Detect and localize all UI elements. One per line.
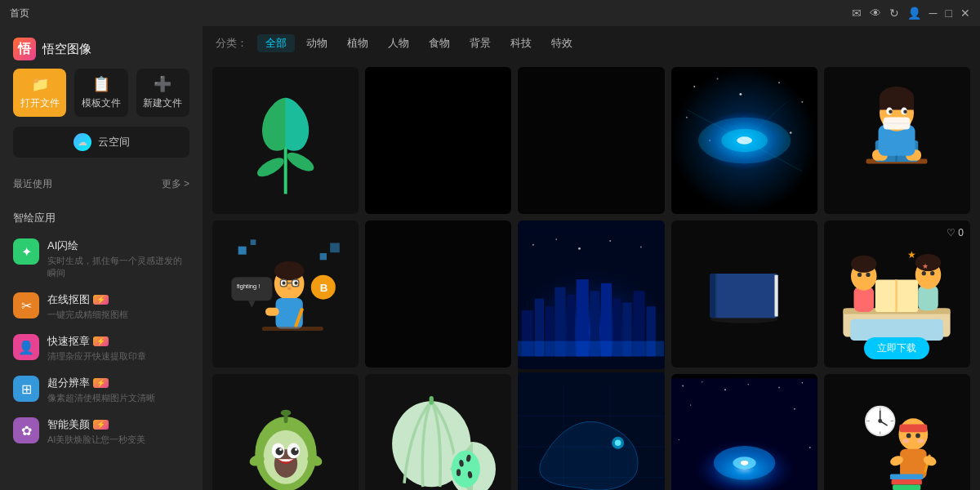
ai-item-stamp[interactable]: 👤 快速抠章 ⚡ 清理杂应开快速提取印章 [0,327,203,369]
svg-point-74 [640,247,642,248]
category-tech[interactable]: 科技 [502,34,540,52]
content-area: 分类： 全部 动物 植物 人物 食物 背景 科技 特效 [203,26,980,490]
recent-label: 最近使用 [13,177,52,191]
svg-point-129 [724,389,726,390]
svg-point-70 [532,244,534,246]
new-file-button[interactable]: ➕ 新建文件 [136,69,189,117]
minimize-icon[interactable]: ─ [929,7,938,20]
ai-stamp-desc: 清理杂应开快速提取印章 [47,350,189,363]
svg-rect-33 [250,239,256,245]
grid-item-kids-reading[interactable]: ♡ 0 [824,220,970,368]
svg-rect-102 [896,280,898,312]
ai-beauty-desc: AI美肤焕脸让您一秒变美 [47,434,189,446]
category-food[interactable]: 食物 [421,34,458,52]
template-icon: 📋 [92,75,110,93]
svg-point-93 [851,256,877,273]
maximize-icon[interactable]: □ [946,7,952,20]
ai-item-flash-draw[interactable]: ✦ AI闪绘 实时生成，抓住每一个灵感迸发的瞬间 [0,232,203,286]
svg-rect-69 [518,341,664,357]
grid-item-dark2[interactable] [518,67,664,214]
ai-flash-info: AI闪绘 实时生成，抓住每一个灵感迸发的瞬间 [47,238,189,279]
sidebar-header: 悟 悟空图像 [0,26,203,69]
ai-cutout-title: 在线抠图 ⚡ [47,292,189,307]
svg-point-112 [279,448,282,451]
more-link[interactable]: 更多 > [162,177,189,191]
ai-cutout-desc: 一键完成精细抠图框 [47,309,189,321]
svg-point-94 [858,273,862,277]
cloud-space-button[interactable]: ☁ 云空间 [13,127,189,158]
svg-point-7 [801,101,803,103]
category-effects[interactable]: 特效 [543,34,581,52]
close-icon[interactable]: ✕ [960,7,970,20]
svg-text:fighting !: fighting ! [237,283,260,290]
grid-item-book[interactable] [671,220,817,368]
svg-point-100 [931,271,935,275]
svg-text:★: ★ [922,262,929,270]
template-file-label: 模板文件 [82,96,121,110]
grid-item-dark3[interactable] [365,220,511,368]
heart-badge: ♡ 0 [947,227,964,238]
ai-cutout-info: 在线抠图 ⚡ 一键完成精细抠图框 [47,292,189,321]
svg-point-2 [284,149,317,175]
superres-badge: ⚡ [93,378,109,388]
template-file-button[interactable]: 📋 模板文件 [74,69,127,117]
grid-item-dark1[interactable] [365,67,511,214]
category-all[interactable]: 全部 [257,34,295,52]
ai-item-cutout[interactable]: ✂ 在线抠图 ⚡ 一键完成精细抠图框 [0,286,203,327]
svg-point-111 [291,448,298,455]
ai-beauty-icon: ✿ [13,417,39,443]
category-background[interactable]: 背景 [461,34,499,52]
ai-item-superres[interactable]: ⊞ 超分辨率 ⚡ 像素超清使模糊图片文清晰 [0,369,203,411]
grid-item-student-mask[interactable] [824,67,970,214]
grid-item-starfield[interactable] [671,374,817,490]
grid-item-fighting[interactable]: B fighting ! [212,220,359,368]
open-file-button[interactable]: 📁 打开文件 [13,69,66,117]
svg-point-72 [578,247,581,250]
eye-icon[interactable]: 👁 [870,7,881,20]
category-plant[interactable]: 植物 [339,34,376,52]
grid-item-avocado[interactable] [212,374,359,490]
ai-superres-title: 超分辨率 ⚡ [47,376,189,390]
svg-point-131 [778,386,780,388]
grid-item-clock-student[interactable] [824,374,970,490]
svg-point-29 [904,110,908,114]
ai-beauty-title: 智能美颜 ⚡ [47,417,189,432]
svg-point-155 [918,439,924,443]
svg-point-133 [689,404,691,406]
svg-point-132 [801,382,803,384]
svg-point-136 [808,447,810,448]
cloud-label: 云空间 [98,135,130,149]
titlebar: 首页 ✉ 👁 ↻ 👤 ─ □ ✕ [0,0,980,26]
category-animal[interactable]: 动物 [298,34,336,52]
mail-icon[interactable]: ✉ [852,7,862,20]
user-icon[interactable]: 👤 [907,7,921,20]
ai-cutout-icon: ✂ [13,292,39,318]
refresh-icon[interactable]: ↻ [889,7,899,20]
grid-item-tech-stars[interactable] [671,67,817,214]
svg-point-80 [615,440,621,447]
svg-rect-85 [710,274,716,318]
sidebar-buttons: 📁 打开文件 📋 模板文件 ➕ 新建文件 [0,69,203,127]
ai-superres-desc: 像素超清使模糊图片文清晰 [47,392,189,404]
grid-item-melon[interactable] [365,374,511,490]
svg-point-135 [678,439,679,441]
svg-rect-86 [717,274,777,318]
svg-point-128 [702,381,703,383]
ai-beauty-info: 智能美颜 ⚡ AI美肤焕脸让您一秒变美 [47,417,189,446]
svg-rect-91 [854,287,875,312]
titlebar-controls: ✉ 👁 ↻ 👤 ─ □ ✕ [852,7,970,20]
svg-point-153 [916,434,921,439]
new-icon: ➕ [154,75,172,93]
category-person[interactable]: 人物 [380,34,417,52]
download-button[interactable]: 立即下载 [864,337,929,359]
beauty-badge: ⚡ [93,420,109,430]
grid-item-tulip[interactable] [212,67,359,214]
svg-rect-54 [261,327,323,331]
svg-point-95 [866,273,871,277]
svg-point-73 [610,240,612,242]
svg-point-117 [280,410,291,416]
category-label: 分类： [216,36,247,51]
ai-item-beauty[interactable]: ✿ 智能美颜 ⚡ AI美肤焕脸让您一秒变美 [0,411,203,452]
grid-item-city-skyline[interactable] [518,220,664,490]
category-bar: 分类： 全部 动物 植物 人物 食物 背景 科技 特效 [203,26,980,60]
